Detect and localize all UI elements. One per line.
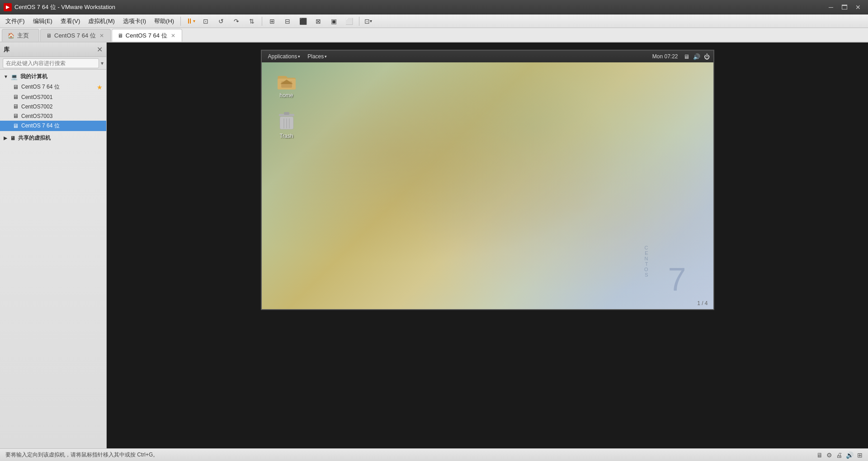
tree-group-shared-vms: ▶ 🖥 共享的虚拟机 [0, 133, 106, 143]
screen-icon: 🖥 [684, 53, 689, 60]
gnome-applications-menu[interactable]: Applications ▾ [265, 51, 303, 62]
sidebar-item-centos7003[interactable]: 🖥 CentOS7003 [0, 111, 106, 121]
svg-rect-5 [284, 112, 289, 115]
tab-home[interactable]: 🏠 主页 [2, 29, 39, 42]
close-button[interactable]: ✕ [852, 2, 864, 12]
pause-button[interactable]: ⏸ ▾ [184, 15, 198, 27]
page-indicator: 1 / 4 [697, 300, 708, 306]
toolbar-separator3 [359, 17, 359, 26]
sidebar-item-centos7002[interactable]: 🖥 CentOS7002 [0, 102, 106, 111]
toolbar-separator [180, 17, 181, 26]
sidebar-content: ▼ 💻 我的计算机 🖥 CentOS 7 64 位 ★ 🖥 CentOS7001… [0, 70, 106, 448]
desktop-icon-trash[interactable]: Trash [271, 109, 302, 141]
menu-help[interactable]: 帮助(H) [151, 16, 178, 26]
applications-arrow: ▾ [298, 54, 300, 59]
gnome-topbar: Applications ▾ Places ▾ Mon 07:22 🖥 🔊 ⏻ [262, 51, 713, 62]
computer-icon: 💻 [11, 74, 18, 80]
star-icon-1: ★ [97, 84, 103, 91]
home-folder-icon [277, 71, 297, 90]
vm-icon-1: 🖥 [13, 84, 19, 90]
centos2-tab-icon: 🖥 [118, 33, 123, 39]
snapshot-button[interactable]: ⊠ [311, 15, 326, 27]
status-icon-4[interactable]: 🔊 [846, 452, 854, 459]
tabbar: 🏠 主页 🖥 CentOS 7 64 位 ✕ 🖥 CentOS 7 64 位 ✕ [0, 28, 868, 42]
display-icon: ⊡ [364, 18, 370, 25]
search-bar: ▾ [0, 57, 106, 70]
menu-vm[interactable]: 虚拟机(M) [85, 16, 118, 26]
gnome-time: Mon 07:22 [652, 53, 678, 60]
desktop-icon-home[interactable]: home [271, 69, 302, 100]
centos-version-number: 7 [668, 263, 686, 296]
tab-centos2-close[interactable]: ✕ [170, 33, 176, 39]
tab-centos1[interactable]: 🖥 CentOS 7 64 位 ✕ [40, 29, 111, 42]
library-title: 库 [4, 46, 9, 54]
vm-label-4: CentOS7003 [21, 113, 52, 119]
tab-centos1-label: CentOS 7 64 位 [54, 32, 96, 40]
titlebar: ▶ CentOS 7 64 位 - VMware Workstation ─ 🗖… [0, 0, 868, 14]
centos1-tab-icon: 🖥 [46, 33, 52, 39]
unity-button[interactable]: ⊟ [280, 15, 295, 27]
display-button[interactable]: ⊡ ▾ [362, 15, 374, 27]
search-input[interactable] [3, 58, 99, 68]
shutdown-button[interactable]: ⇅ [245, 15, 259, 27]
send-ctrl-alt-del-button[interactable]: ⊡ [198, 15, 213, 27]
statusbar: 要将输入定向到该虚拟机，请将鼠标指针移入其中或按 Ctrl+G。 🖥 ⚙ 🖨 🔊… [0, 448, 868, 461]
revert-button[interactable]: ▣ [326, 15, 341, 27]
tree-group-my-computer: ▼ 💻 我的计算机 🖥 CentOS 7 64 位 ★ 🖥 CentOS7001… [0, 71, 106, 131]
trash-icon-label: Trash [279, 133, 293, 139]
sidebar: 库 ✕ ▾ ▼ 💻 我的计算机 🖥 CentOS 7 64 位 ★ [0, 42, 107, 448]
minimize-button[interactable]: ─ [825, 2, 837, 12]
sidebar-item-centos64-1[interactable]: 🖥 CentOS 7 64 位 ★ [0, 82, 106, 92]
tab-home-label: 主页 [17, 32, 29, 40]
centos-desktop[interactable]: Applications ▾ Places ▾ Mon 07:22 🖥 🔊 ⏻ [262, 51, 713, 309]
tree-group-header-my-computer[interactable]: ▼ 💻 我的计算机 [0, 71, 106, 82]
vm-icon-4: 🖥 [13, 113, 19, 119]
suspend-button[interactable]: ↺ [214, 15, 228, 27]
status-icon-5[interactable]: ⊞ [857, 452, 863, 459]
status-icon-2[interactable]: ⚙ [826, 452, 832, 459]
status-icon-3[interactable]: 🖨 [836, 452, 842, 459]
sidebar-item-centos7001[interactable]: 🖥 CentOS7001 [0, 92, 106, 102]
pause-dropdown-icon: ▾ [193, 19, 195, 24]
menu-file[interactable]: 文件(F) [2, 16, 28, 26]
vm-display[interactable]: Applications ▾ Places ▾ Mon 07:22 🖥 🔊 ⏻ [261, 50, 714, 310]
vm-icon-5: 🖥 [13, 122, 19, 129]
power-icon: ⏻ [704, 53, 710, 60]
vm-settings-button[interactable]: ⬛ [296, 15, 310, 27]
tree-group-header-shared-vms[interactable]: ▶ 🖥 共享的虚拟机 [0, 133, 106, 143]
places-label: Places [307, 53, 324, 60]
fullscreen-button[interactable]: ⊞ [265, 15, 279, 27]
applications-label: Applications [268, 53, 297, 60]
pause-icon: ⏸ [186, 17, 193, 25]
status-icon-1[interactable]: 🖥 [816, 452, 823, 459]
toolbar-separator2 [262, 17, 262, 26]
places-arrow: ▾ [325, 54, 327, 59]
shared-icon: 🖥 [10, 135, 15, 141]
maximize-button[interactable]: 🗖 [838, 2, 851, 12]
menu-view[interactable]: 查看(V) [57, 16, 84, 26]
trash-can-icon [277, 111, 297, 131]
sidebar-header: 库 ✕ [0, 42, 106, 57]
search-dropdown-icon[interactable]: ▾ [101, 60, 104, 66]
menu-tab[interactable]: 选项卡(I) [119, 16, 150, 26]
sidebar-item-centos64-2[interactable]: 🖥 CentOS 7 64 位 [0, 121, 106, 131]
window-title: CentOS 7 64 位 - VMware Workstation [14, 3, 825, 11]
tab-centos1-close[interactable]: ✕ [99, 33, 105, 39]
home-icon-label: home [279, 92, 293, 99]
sidebar-close-button[interactable]: ✕ [97, 45, 103, 54]
vm-icon-2: 🖥 [13, 94, 19, 100]
menubar: 文件(F) 编辑(E) 查看(V) 虚拟机(M) 选项卡(I) 帮助(H) ⏸ … [0, 14, 868, 28]
my-computer-label: 我的计算机 [20, 73, 47, 80]
tab-centos2[interactable]: 🖥 CentOS 7 64 位 ✕ [112, 29, 182, 42]
vm-label-5: CentOS 7 64 位 [21, 122, 60, 130]
home-tab-icon: 🏠 [8, 33, 14, 39]
restart-button[interactable]: ↷ [229, 15, 244, 27]
gnome-status-icons: 🖥 🔊 ⏻ [684, 53, 710, 60]
console-button[interactable]: ⬜ [342, 15, 356, 27]
vm-label-3: CentOS7002 [21, 103, 52, 110]
window-controls: ─ 🗖 ✕ [825, 2, 864, 12]
menu-edit[interactable]: 编辑(E) [29, 16, 56, 26]
centos-watermark: 7 C E N T O S [668, 263, 686, 296]
gnome-places-menu[interactable]: Places ▾ [305, 51, 330, 62]
main-area: 库 ✕ ▾ ▼ 💻 我的计算机 🖥 CentOS 7 64 位 ★ [0, 42, 868, 448]
